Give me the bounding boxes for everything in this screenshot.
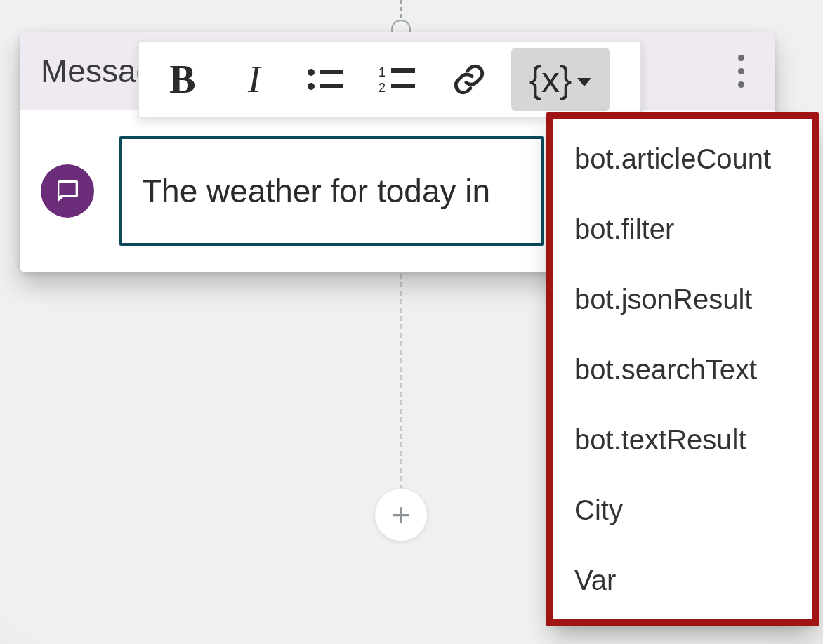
variable-option[interactable]: City	[552, 475, 813, 545]
variable-icon: {x}	[529, 58, 572, 100]
italic-button[interactable]: I	[220, 51, 288, 108]
numbered-list-icon: 1 2	[377, 64, 418, 95]
svg-rect-7	[391, 84, 415, 88]
more-vertical-icon	[738, 81, 744, 88]
connector-line-bottom	[400, 274, 402, 492]
plus-icon: +	[392, 499, 411, 531]
variable-option[interactable]: bot.filter	[552, 194, 813, 264]
formatting-toolbar: B I 1 2	[138, 41, 642, 118]
variable-option[interactable]: Var	[552, 545, 813, 615]
variable-option[interactable]: bot.searchText	[552, 334, 813, 405]
bold-icon: B	[169, 57, 195, 102]
add-node-button[interactable]: +	[374, 488, 428, 541]
svg-text:1: 1	[378, 65, 386, 79]
link-icon	[452, 62, 487, 97]
numbered-list-button[interactable]: 1 2	[364, 51, 431, 108]
variable-option[interactable]: bot.jsonResult	[552, 264, 813, 334]
bold-button[interactable]: B	[149, 51, 216, 108]
bullet-list-button[interactable]	[292, 51, 360, 108]
svg-point-0	[308, 69, 315, 76]
variable-option[interactable]: bot.textResult	[552, 405, 813, 475]
canvas: Message The weather for today in B I	[0, 0, 823, 644]
italic-icon: I	[248, 58, 261, 101]
svg-rect-1	[320, 70, 343, 74]
message-text-value: The weather for today in	[142, 172, 490, 210]
svg-point-2	[308, 83, 315, 90]
message-text-input[interactable]: The weather for today in	[119, 136, 544, 246]
svg-rect-5	[391, 68, 415, 73]
variable-option[interactable]: bot.articleCount	[552, 124, 813, 194]
chevron-down-icon	[577, 78, 591, 86]
more-vertical-icon	[738, 68, 744, 74]
chat-bubble-icon	[53, 177, 81, 205]
svg-text:2: 2	[378, 81, 386, 95]
bullet-list-icon	[305, 64, 346, 95]
message-type-icon	[41, 164, 94, 218]
variable-dropdown[interactable]: bot.articleCount bot.filter bot.jsonResu…	[552, 118, 813, 621]
more-options-button[interactable]	[725, 50, 756, 92]
link-button[interactable]	[435, 51, 503, 108]
svg-rect-3	[320, 84, 343, 88]
more-vertical-icon	[738, 55, 744, 61]
insert-variable-button[interactable]: {x}	[511, 48, 610, 111]
